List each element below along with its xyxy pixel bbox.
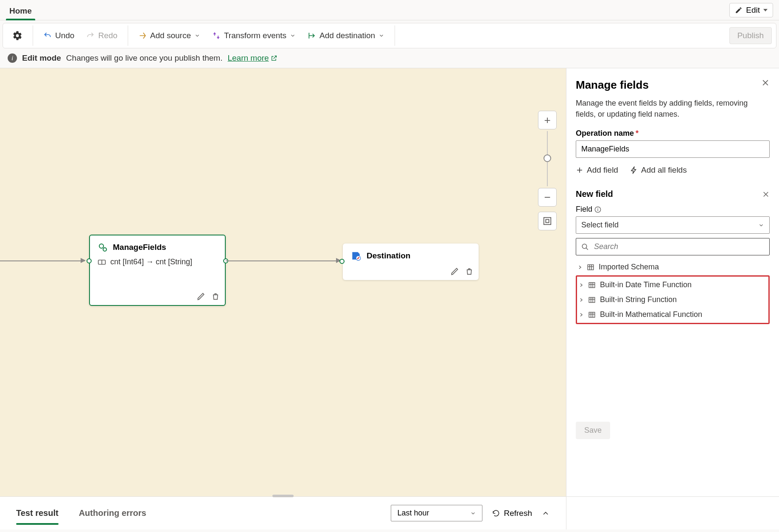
redo-icon xyxy=(86,31,95,40)
node-destination[interactable]: Destination xyxy=(343,244,479,280)
arrowhead-icon xyxy=(81,258,86,263)
field-select-placeholder: Select field xyxy=(581,221,619,230)
tree-item-datetime[interactable]: Built-in Date Time Function xyxy=(577,277,768,292)
transform-events-button[interactable]: Transform events xyxy=(207,28,301,44)
field-search[interactable] xyxy=(576,238,770,255)
publish-button: Publish xyxy=(729,27,772,44)
zoom-out-button[interactable]: − xyxy=(538,188,557,207)
info-bar: i Edit mode Changes will go live once yo… xyxy=(0,48,779,68)
panel-description: Manage the event fields by adding fields… xyxy=(576,98,770,120)
node-subtitle-text: cnt [Int64] → cnt [String] xyxy=(110,258,192,266)
fit-to-screen-button[interactable] xyxy=(538,212,557,230)
time-range-dropdown[interactable]: Last hour xyxy=(391,505,482,521)
separator xyxy=(128,25,128,46)
canvas[interactable]: ManageFields cnt [Int64] → cnt [String] … xyxy=(0,68,566,496)
zoom-in-button[interactable]: + xyxy=(538,111,557,129)
pencil-icon xyxy=(451,267,459,276)
tree-item-imported-schema[interactable]: Imported Schema xyxy=(576,260,770,274)
close-icon xyxy=(761,78,770,87)
input-port[interactable] xyxy=(339,259,345,264)
learn-more-link[interactable]: Learn more xyxy=(227,53,277,63)
trash-icon xyxy=(211,292,220,301)
info-text: Changes will go live once you publish th… xyxy=(66,53,223,63)
tab-test-result[interactable]: Test result xyxy=(16,498,59,528)
fit-icon xyxy=(543,216,552,226)
tree-item-math[interactable]: Built-in Mathematical Function xyxy=(577,307,768,322)
add-source-icon xyxy=(138,31,147,40)
tree-label: Built-in String Function xyxy=(600,295,677,304)
chevron-down-icon xyxy=(290,33,296,39)
add-destination-button[interactable]: Add destination xyxy=(303,28,390,44)
tab-authoring-errors[interactable]: Authoring errors xyxy=(79,498,146,528)
settings-button[interactable] xyxy=(7,27,28,44)
tab-home[interactable]: Home xyxy=(6,1,35,20)
close-icon xyxy=(762,190,770,198)
svg-rect-5 xyxy=(544,218,551,225)
chevron-down-icon xyxy=(378,33,384,39)
undo-icon xyxy=(43,31,52,40)
tab-group: Home xyxy=(6,0,35,20)
edit-dropdown[interactable]: Edit xyxy=(729,3,773,17)
table-icon xyxy=(588,281,596,289)
transform-label: Transform events xyxy=(224,31,286,40)
info-title: Edit mode xyxy=(22,53,61,63)
refresh-icon xyxy=(492,509,500,518)
edit-node-button[interactable] xyxy=(451,267,459,276)
chevron-right-icon xyxy=(579,283,584,288)
lightning-icon xyxy=(630,166,638,174)
caret-down-icon xyxy=(763,9,768,11)
table-icon xyxy=(588,296,596,304)
svg-rect-24 xyxy=(589,312,595,317)
edit-dropdown-label: Edit xyxy=(746,6,760,15)
toolbar: Undo Redo Add source Transform events Ad… xyxy=(3,23,776,48)
table-icon xyxy=(588,311,596,319)
table-icon xyxy=(587,263,594,271)
save-button: Save xyxy=(576,422,610,439)
field-search-input[interactable] xyxy=(593,242,764,252)
new-field-heading: New field xyxy=(576,189,613,199)
chevron-up-icon xyxy=(541,509,550,518)
zoom-slider[interactable] xyxy=(547,131,548,186)
edit-node-button[interactable] xyxy=(197,292,205,301)
operation-name-input[interactable] xyxy=(576,140,770,158)
add-all-fields-button[interactable]: Add all fields xyxy=(630,165,687,175)
undo-label: Undo xyxy=(55,31,74,40)
tree-label: Built-in Mathematical Function xyxy=(600,310,702,319)
zoom-handle[interactable] xyxy=(544,154,551,162)
plus-icon xyxy=(576,166,583,174)
trash-icon xyxy=(465,267,474,276)
tree-item-string[interactable]: Built-in String Function xyxy=(577,292,768,307)
column-icon xyxy=(98,259,106,266)
svg-rect-12 xyxy=(588,265,594,270)
svg-rect-20 xyxy=(589,297,595,302)
chevron-right-icon xyxy=(579,297,584,302)
external-link-icon xyxy=(271,55,277,62)
refresh-button[interactable]: Refresh xyxy=(492,509,532,518)
drag-handle[interactable] xyxy=(272,495,294,497)
undo-button[interactable]: Undo xyxy=(38,28,79,44)
node-title: ManageFields xyxy=(98,242,217,252)
new-field-close-button[interactable] xyxy=(762,190,770,198)
add-field-button[interactable]: Add field xyxy=(576,165,618,175)
add-all-label: Add all fields xyxy=(641,165,687,175)
operation-name-label: Operation name* xyxy=(576,129,770,138)
svg-rect-16 xyxy=(589,283,595,288)
delete-node-button[interactable] xyxy=(465,267,474,276)
bottom-side-spacer xyxy=(566,497,779,529)
add-field-label: Add field xyxy=(587,165,618,175)
learn-more-label: Learn more xyxy=(227,53,269,63)
field-tree: Imported Schema Built-in Date Time Funct… xyxy=(576,260,770,324)
panel-close-button[interactable] xyxy=(761,78,770,87)
pencil-icon xyxy=(197,292,205,301)
node-managefields[interactable]: ManageFields cnt [Int64] → cnt [String] xyxy=(89,235,226,306)
svg-line-11 xyxy=(586,248,588,250)
info-icon xyxy=(594,206,601,213)
chevron-down-icon xyxy=(758,222,764,228)
svg-point-0 xyxy=(99,244,104,248)
input-port[interactable] xyxy=(87,258,92,263)
add-source-button[interactable]: Add source xyxy=(133,28,205,44)
delete-node-button[interactable] xyxy=(211,292,220,301)
field-select[interactable]: Select field xyxy=(576,216,770,234)
panel-title: Manage fields xyxy=(576,78,649,92)
collapse-panel-button[interactable] xyxy=(541,509,550,518)
